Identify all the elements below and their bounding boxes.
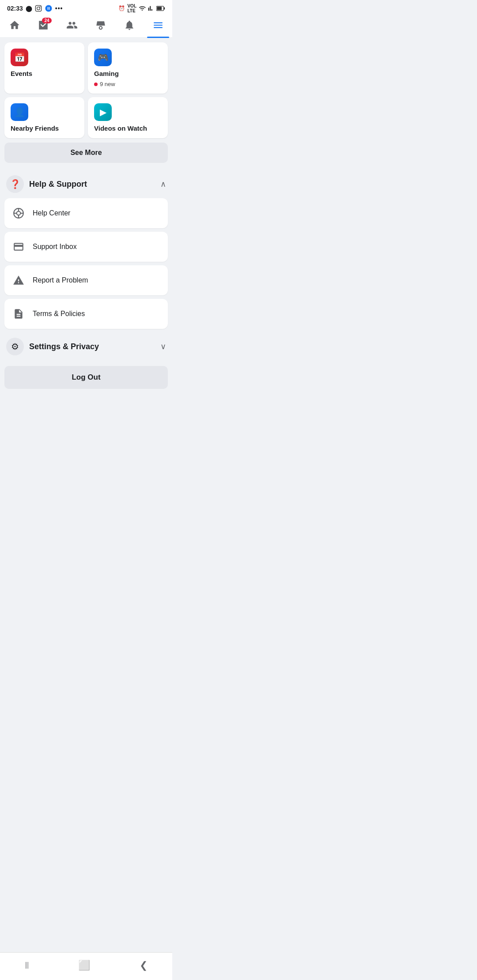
help-center-label: Help Center xyxy=(33,209,70,217)
svg-rect-5 xyxy=(157,7,162,10)
nearby-icon: 👤 xyxy=(11,103,28,121)
status-bar: 02:33 ⬤ ••• ⏰ VOLLTE xyxy=(0,0,172,15)
lte-icon: VOLLTE xyxy=(127,4,136,13)
nav-notifications[interactable] xyxy=(118,18,140,33)
events-label: Events xyxy=(11,70,78,77)
settings-privacy-header-left: ⚙ Settings & Privacy xyxy=(6,338,99,355)
nearby-label: Nearby Friends xyxy=(11,124,78,132)
settings-chevron-down-icon: ∨ xyxy=(160,342,166,351)
gaming-dot xyxy=(94,83,98,86)
settings-icon: ⚙ xyxy=(6,338,24,355)
svg-point-1 xyxy=(37,7,40,10)
signal-icon xyxy=(148,5,154,11)
support-inbox-label: Support Inbox xyxy=(33,243,77,251)
nav-bar: 24 xyxy=(0,15,172,38)
svg-point-7 xyxy=(17,211,21,215)
terms-policies-icon xyxy=(11,306,26,322)
report-problem-icon xyxy=(11,272,26,288)
nav-marketplace[interactable] xyxy=(90,18,112,33)
help-center-item[interactable]: Help Center xyxy=(4,198,168,228)
gaming-icon: 🎮 xyxy=(94,49,112,66)
status-left: 02:33 ⬤ ••• xyxy=(7,4,63,12)
nav-menu[interactable] xyxy=(147,18,169,33)
settings-privacy-title: Settings & Privacy xyxy=(29,342,99,351)
videos-icon: ▶ xyxy=(94,103,112,121)
help-center-icon xyxy=(11,205,26,221)
gaming-badge-text: 9 new xyxy=(100,81,115,87)
more-icon: ••• xyxy=(55,5,63,12)
status-right: ⏰ VOLLTE xyxy=(118,4,165,13)
help-icon: ❓ xyxy=(6,175,24,193)
help-support-title: Help & Support xyxy=(29,180,87,189)
support-inbox-icon xyxy=(11,239,26,255)
help-chevron-up-icon: ∧ xyxy=(160,179,166,189)
svg-rect-0 xyxy=(35,5,41,11)
alarm-icon: ⏰ xyxy=(118,5,125,11)
see-more-button[interactable]: See More xyxy=(4,143,168,163)
instagram-icon xyxy=(35,5,42,12)
gaming-label: Gaming xyxy=(94,70,162,77)
terms-policies-item[interactable]: Terms & Policies xyxy=(4,299,168,329)
settings-privacy-section: ⚙ Settings & Privacy ∨ xyxy=(4,332,168,361)
menu-card-events[interactable]: 📅 Events xyxy=(4,42,84,94)
settings-privacy-header[interactable]: ⚙ Settings & Privacy ∨ xyxy=(4,332,168,361)
battery-icon xyxy=(156,5,165,11)
menu-card-gaming[interactable]: 🎮 Gaming 9 new xyxy=(88,42,168,94)
nav-watch[interactable]: 24 xyxy=(32,18,54,33)
help-support-section: ❓ Help & Support ∧ Help Center Support I… xyxy=(4,170,168,329)
vpn-icon xyxy=(45,4,53,12)
menu-card-nearby[interactable]: 👤 Nearby Friends xyxy=(4,97,84,138)
help-support-header-left: ❓ Help & Support xyxy=(6,175,87,193)
events-icon: 📅 xyxy=(11,49,28,66)
gaming-badge: 9 new xyxy=(94,81,162,87)
report-problem-label: Report a Problem xyxy=(33,276,88,284)
watch-badge: 24 xyxy=(42,18,51,23)
nav-home[interactable] xyxy=(4,18,26,33)
support-inbox-item[interactable]: Support Inbox xyxy=(4,232,168,262)
status-time: 02:33 xyxy=(7,5,23,12)
logout-button[interactable]: Log Out xyxy=(4,366,168,389)
report-problem-item[interactable]: Report a Problem xyxy=(4,265,168,295)
nav-friends[interactable] xyxy=(61,18,83,33)
menu-card-videos[interactable]: ▶ Videos on Watch xyxy=(88,97,168,138)
wifi-icon xyxy=(139,5,146,12)
main-content: 📅 Events 🎮 Gaming 9 new 👤 Nearby Friends xyxy=(0,38,172,430)
menu-grid: 📅 Events 🎮 Gaming 9 new 👤 Nearby Friends xyxy=(4,42,168,138)
dot-icon: ⬤ xyxy=(26,5,32,12)
help-support-header[interactable]: ❓ Help & Support ∧ xyxy=(4,170,168,198)
svg-point-2 xyxy=(39,6,40,7)
videos-label: Videos on Watch xyxy=(94,124,162,132)
svg-rect-4 xyxy=(164,8,165,10)
terms-policies-label: Terms & Policies xyxy=(33,310,85,318)
